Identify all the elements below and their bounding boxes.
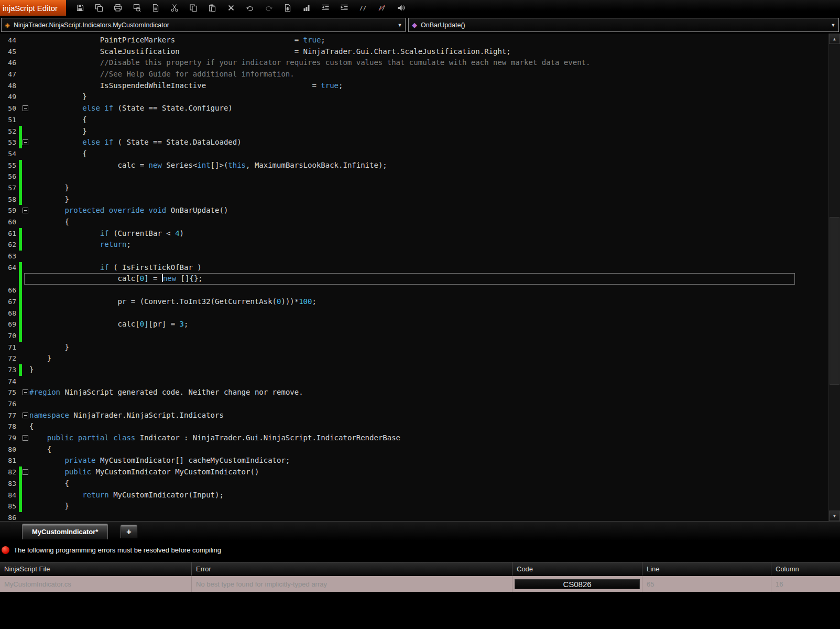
column-header-file[interactable]: NinjaScript File [0, 562, 192, 576]
undo-button[interactable] [243, 1, 257, 15]
type-selector-combobox[interactable]: ◈ NinjaTrader.NinjaScript.Indicators.MyC… [1, 18, 406, 32]
code-line[interactable]: 56 [0, 171, 827, 182]
code-line[interactable]: 79 public partial class Indicator : Ninj… [0, 432, 827, 444]
code-line[interactable]: 81 private MyCustomIndicator[] cacheMyCu… [0, 455, 827, 467]
code-lines: 44 PaintPriceMarkers = true;45 ScaleJust… [0, 35, 827, 521]
code-line[interactable]: 58 } [0, 194, 827, 205]
cut-button[interactable] [168, 1, 181, 15]
code-line[interactable]: 84 return MyCustomIndicator(Input); [0, 490, 827, 501]
code-line[interactable]: 73} [0, 364, 827, 376]
code-line[interactable]: 45 ScaleJustification = NinjaTrader.Gui.… [0, 46, 827, 58]
code-line[interactable]: 70 [0, 330, 827, 342]
column-header-column[interactable]: Column [771, 562, 840, 576]
code-line[interactable]: 76 [0, 398, 827, 410]
code-line[interactable]: 77namespace NinjaTrader.NinjaScript.Indi… [0, 410, 827, 421]
vertical-scrollbar[interactable]: ▲ ▼ [828, 34, 840, 521]
save-all-button[interactable] [92, 1, 106, 15]
code-line[interactable]: 68 [0, 308, 827, 319]
fold-marker[interactable] [22, 205, 29, 216]
column-header-error[interactable]: Error [192, 562, 512, 576]
code-line[interactable]: 66 [0, 285, 827, 296]
decrease-indent-button[interactable] [319, 1, 332, 15]
fold-marker[interactable] [22, 137, 29, 148]
column-header-line[interactable]: Line [642, 562, 771, 576]
compile-button[interactable] [394, 1, 408, 15]
copy-button[interactable] [187, 1, 200, 15]
code-text: namespace NinjaTrader.NinjaScript.Indica… [29, 410, 827, 421]
fold-gutter [22, 285, 29, 296]
code-line[interactable]: 78{ [0, 421, 827, 432]
uncomment-button[interactable]: // [375, 1, 389, 15]
new-tab-button[interactable]: + [121, 525, 137, 538]
line-number: 45 [0, 46, 19, 58]
code-line[interactable]: 80 { [0, 444, 827, 456]
code-line[interactable]: 48 IsSuspendedWhileInactive = true; [0, 80, 827, 92]
code-text: } [29, 182, 827, 194]
chevron-down-icon[interactable]: ▼ [395, 23, 405, 28]
scroll-down-button[interactable]: ▼ [829, 511, 840, 521]
code-line[interactable]: 59 protected override void OnBarUpdate() [0, 205, 827, 216]
code-line[interactable]: 71 } [0, 342, 827, 353]
chevron-down-icon[interactable]: ▼ [828, 23, 838, 28]
member-selector-combobox[interactable]: ◆ OnBarUpdate() ▼ [408, 18, 839, 32]
code-line[interactable]: 54 { [0, 148, 827, 160]
code-line[interactable]: 44 PaintPriceMarkers = true; [0, 35, 827, 46]
fold-marker[interactable] [22, 387, 29, 398]
line-number: 72 [0, 353, 19, 364]
line-number: 52 [0, 126, 19, 137]
paste-button[interactable] [205, 1, 219, 15]
print-preview-button[interactable] [130, 1, 144, 15]
column-header-code[interactable]: Code [512, 562, 642, 576]
code-line[interactable]: 83 { [0, 478, 827, 490]
code-line[interactable]: 51 { [0, 114, 827, 126]
code-line[interactable]: 49 } [0, 91, 827, 103]
code-line[interactable]: 53 else if ( State == State.DataLoaded) [0, 137, 827, 148]
print-button[interactable] [111, 1, 125, 15]
code-line[interactable]: 67 pr = (Convert.ToInt32(GetCurrentAsk(0… [0, 296, 827, 308]
code-line[interactable]: 63 [0, 251, 827, 262]
code-line[interactable]: 82 public MyCustomIndicator MyCustomIndi… [0, 467, 827, 478]
code-line[interactable]: 62 return; [0, 239, 827, 251]
code-line[interactable]: 46 //Disable this property if your indic… [0, 57, 827, 69]
code-line[interactable]: 55 calc = new Series<int[]>(this, Maximu… [0, 160, 827, 171]
code-line[interactable]: 75#region NinjaScript generated code. Ne… [0, 387, 827, 398]
code-line-selected[interactable]: calc[0] = new []{}; [0, 273, 827, 285]
code-wizard-button[interactable] [300, 1, 313, 15]
code-line[interactable]: 74 [0, 376, 827, 387]
code-editor[interactable]: 44 PaintPriceMarkers = true;45 ScaleJust… [0, 34, 840, 521]
redo-button[interactable] [262, 1, 276, 15]
error-status-icon [2, 546, 9, 554]
code-line[interactable]: 61 if (CurrentBar < 4) [0, 228, 827, 240]
save-button[interactable] [73, 1, 87, 15]
code-text: } [29, 126, 827, 137]
fold-marker[interactable] [22, 467, 29, 478]
code-line[interactable]: 60 { [0, 216, 827, 228]
code-text: if ( IsFirstTickOfBar ) [29, 262, 827, 274]
scrollbar-thumb[interactable] [830, 217, 839, 385]
insert-code-snippet-button[interactable] [281, 1, 294, 15]
error-row[interactable]: MyCustomIndicator.cs No best type found … [0, 576, 840, 592]
code-line[interactable]: 50 else if (State == State.Configure) [0, 103, 827, 114]
code-text: { [29, 421, 827, 432]
code-line[interactable]: 69 calc[0][pr] = 3; [0, 319, 827, 330]
fold-marker[interactable] [22, 103, 29, 114]
scroll-up-button[interactable]: ▲ [829, 34, 840, 44]
code-line[interactable]: 86 [0, 512, 827, 521]
code-line[interactable]: 85 } [0, 501, 827, 512]
error-message-cell: No best type found for implicitly-typed … [192, 576, 512, 592]
comment-button[interactable]: // [356, 1, 370, 15]
code-line[interactable]: 47 //See Help Guide for additional infor… [0, 69, 827, 80]
code-line[interactable]: 72 } [0, 353, 827, 364]
code-line[interactable]: 57 } [0, 182, 827, 194]
properties-button[interactable] [149, 1, 162, 15]
code-line[interactable]: 64 if ( IsFirstTickOfBar ) [0, 262, 827, 274]
increase-indent-button[interactable] [337, 1, 351, 15]
error-line-cell: 65 [642, 576, 771, 592]
line-number: 69 [0, 319, 19, 330]
code-line[interactable]: 52 } [0, 126, 827, 137]
fold-marker[interactable] [22, 410, 29, 421]
delete-button[interactable] [224, 1, 238, 15]
tab-mycustomindicator[interactable]: MyCustomIndicator* [22, 524, 108, 539]
line-number: 60 [0, 216, 19, 228]
fold-marker[interactable] [22, 432, 29, 444]
